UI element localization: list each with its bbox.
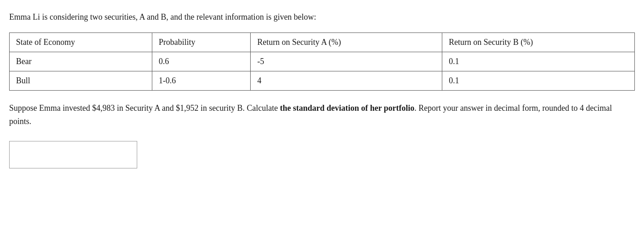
question-bold-text: the standard deviation of her portfolio bbox=[280, 103, 414, 113]
cell-state-bull: Bull bbox=[10, 71, 152, 91]
cell-return-a-bear: -5 bbox=[251, 52, 442, 71]
question-text: Suppose Emma invested $4,983 in Security… bbox=[9, 102, 635, 128]
table-row: Bull 1-0.6 4 0.1 bbox=[10, 71, 635, 91]
col-header-probability: Probability bbox=[152, 33, 251, 52]
cell-return-b-bull: 0.1 bbox=[442, 71, 635, 91]
cell-return-b-bear: 0.1 bbox=[442, 52, 635, 71]
cell-prob-bear: 0.6 bbox=[152, 52, 251, 71]
intro-text: Emma Li is considering two securities, A… bbox=[9, 11, 635, 23]
question-text-before: Suppose Emma invested $4,983 in Security… bbox=[9, 103, 280, 113]
col-header-return-a: Return on Security A (%) bbox=[251, 33, 442, 52]
answer-input-box[interactable] bbox=[9, 141, 137, 168]
cell-return-a-bull: 4 bbox=[251, 71, 442, 91]
col-header-return-b: Return on Security B (%) bbox=[442, 33, 635, 52]
col-header-state: State of Economy bbox=[10, 33, 152, 52]
cell-prob-bull: 1-0.6 bbox=[152, 71, 251, 91]
table-row: Bear 0.6 -5 0.1 bbox=[10, 52, 635, 71]
securities-table: State of Economy Probability Return on S… bbox=[9, 32, 635, 91]
cell-state-bear: Bear bbox=[10, 52, 152, 71]
